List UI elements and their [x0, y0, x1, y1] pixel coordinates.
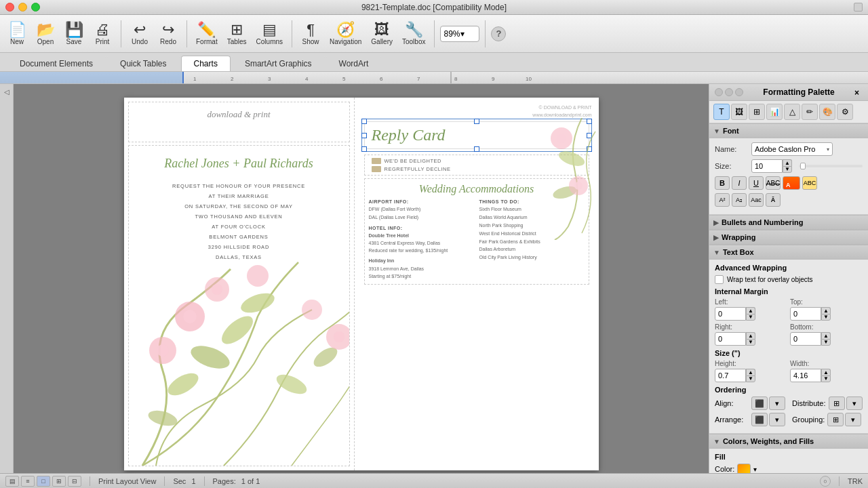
palette-icon-shape[interactable]: △ [784, 104, 800, 120]
bottom-down[interactable]: ▼ [821, 339, 831, 346]
bold-button[interactable]: B [715, 176, 730, 190]
distribute-dropdown[interactable]: ▾ [846, 396, 863, 410]
status-circle-icon[interactable]: ○ [820, 476, 831, 487]
right-up[interactable]: ▲ [746, 332, 755, 339]
font-color-swatch[interactable]: A [783, 176, 800, 190]
tab-smartart-graphics[interactable]: SmartArt Graphics [232, 56, 325, 71]
distribute-btn[interactable]: ⊞ [829, 396, 845, 410]
palette-ctrl-2[interactable] [725, 88, 733, 96]
highlight-button[interactable]: ABC [802, 176, 817, 190]
tab-charts[interactable]: Charts [181, 56, 231, 71]
tab-document-elements[interactable]: Document Elements [7, 56, 106, 71]
palette-ctrl-3[interactable] [735, 88, 743, 96]
right-input[interactable]: 0 [715, 332, 746, 346]
align-dropdown[interactable]: ▾ [769, 396, 785, 410]
tables-button[interactable]: ⊞ Tables [224, 18, 250, 50]
font-size-slider[interactable] [799, 165, 863, 167]
collapse-button[interactable] [854, 3, 863, 12]
view-btn-4[interactable]: ⊞ [52, 476, 66, 487]
fill-color-dropdown[interactable]: ▾ [753, 466, 757, 473]
palette-icon-table[interactable]: ⊞ [749, 104, 765, 120]
view-btn-1[interactable]: ▤ [5, 476, 19, 487]
wrap-overlay-checkbox[interactable] [715, 275, 724, 284]
palette-ctrl-1[interactable] [715, 88, 723, 96]
wrapping-section-header[interactable]: ▶ Wrapping [709, 230, 868, 245]
grouping-dropdown[interactable]: ▾ [845, 413, 861, 426]
handle-bot-right[interactable] [587, 146, 592, 152]
reply-card-container[interactable]: Reply Card [364, 121, 589, 149]
top-down[interactable]: ▼ [821, 314, 831, 321]
show-button[interactable]: ¶ Show [298, 18, 323, 50]
palette-icon-chart[interactable]: 📊 [766, 104, 783, 120]
palette-icon-text[interactable]: T [713, 104, 730, 120]
strikethrough-button[interactable]: ABC [766, 176, 781, 190]
handle-top-mid[interactable] [474, 119, 479, 124]
underline-button[interactable]: U [749, 176, 764, 190]
font-size-input[interactable]: 10 [751, 159, 783, 173]
minimize-button[interactable] [18, 3, 27, 12]
top-input[interactable]: 0 [790, 307, 821, 321]
height-down[interactable]: ▼ [746, 375, 755, 382]
palette-close[interactable]: × [854, 88, 863, 96]
arrange-dropdown[interactable]: ▾ [769, 413, 785, 426]
palette-icon-image[interactable]: 🖼 [731, 104, 747, 120]
bottom-up[interactable]: ▲ [821, 332, 831, 339]
tab-wordart[interactable]: WordArt [326, 56, 382, 71]
font-size-up[interactable]: ▲ [783, 159, 792, 166]
view-btn-3[interactable]: □ [37, 476, 50, 487]
save-button[interactable]: 💾 Save [61, 18, 87, 50]
left-panel-icon[interactable]: ◁ [4, 88, 9, 96]
left-up[interactable]: ▲ [746, 307, 755, 314]
format-button[interactable]: ✏️ Format [193, 18, 221, 50]
width-down[interactable]: ▼ [821, 375, 831, 382]
gallery-button[interactable]: 🖼 Gallery [368, 18, 396, 50]
height-up[interactable]: ▲ [746, 369, 755, 375]
superscript-button[interactable]: A² [715, 193, 730, 207]
align-left-btn[interactable]: ⬛ [751, 396, 768, 410]
top-up[interactable]: ▲ [821, 307, 831, 314]
handle-mid-left[interactable] [361, 133, 367, 138]
handle-top-right[interactable] [587, 119, 592, 124]
zoom-dropdown-arrow[interactable]: ▾ [460, 29, 477, 39]
new-button[interactable]: 📄 New [4, 18, 30, 50]
right-down[interactable]: ▼ [746, 339, 755, 346]
italic-button[interactable]: I [732, 176, 747, 190]
font-name-dropdown[interactable]: Adobe Caslon Pro ▾ [751, 142, 833, 156]
toolbox-button[interactable]: 🔧 Toolbox [399, 18, 429, 50]
columns-button[interactable]: ▤ Columns [253, 18, 286, 50]
left-input[interactable]: 0 [715, 307, 746, 321]
clear-format-button[interactable]: Ā [766, 193, 781, 207]
view-btn-5[interactable]: ⊟ [68, 476, 81, 487]
fill-color-swatch[interactable] [737, 464, 751, 473]
tab-quick-tables[interactable]: Quick Tables [107, 56, 179, 71]
help-button[interactable]: ? [491, 26, 506, 41]
print-button[interactable]: 🖨 Print [90, 18, 115, 50]
view-btn-2[interactable]: ≡ [21, 476, 35, 487]
subscript-button[interactable]: A₂ [732, 193, 747, 207]
bottom-input[interactable]: 0 [790, 332, 821, 346]
bullets-section-header[interactable]: ▶ Bullets and Numbering [709, 215, 868, 230]
open-button[interactable]: 📂 Open [33, 18, 58, 50]
width-input[interactable]: 4.16 [790, 369, 821, 382]
handle-mid-right[interactable] [587, 133, 592, 138]
width-up[interactable]: ▲ [821, 369, 831, 375]
palette-icon-pen[interactable]: ✏ [802, 104, 818, 120]
font-size-down[interactable]: ▼ [783, 166, 792, 173]
maximize-button[interactable] [31, 3, 40, 12]
redo-button[interactable]: ↪ Redo [155, 18, 181, 50]
arrange-btn[interactable]: ⬛ [751, 413, 768, 426]
font-section-header[interactable]: ▼ Font [709, 123, 868, 138]
undo-button[interactable]: ↩ Undo [127, 18, 153, 50]
palette-icon-color[interactable]: 🎨 [819, 104, 835, 120]
left-down[interactable]: ▼ [746, 314, 755, 321]
textbox-section-header[interactable]: ▼ Text Box [709, 245, 868, 260]
handle-bot-left[interactable] [361, 146, 367, 152]
doc-area[interactable]: download & print [14, 84, 709, 473]
zoom-control[interactable]: 89% ▾ [440, 26, 479, 42]
navigation-button[interactable]: 🧭 Navigation [326, 18, 365, 50]
colors-section-header[interactable]: ▼ Colors, Weights, and Fills [709, 434, 868, 449]
styles-button[interactable]: Aac [749, 193, 764, 207]
height-input[interactable]: 0.7 [715, 369, 746, 382]
handle-top-left[interactable] [361, 119, 367, 124]
handle-bot-mid[interactable] [474, 146, 479, 152]
